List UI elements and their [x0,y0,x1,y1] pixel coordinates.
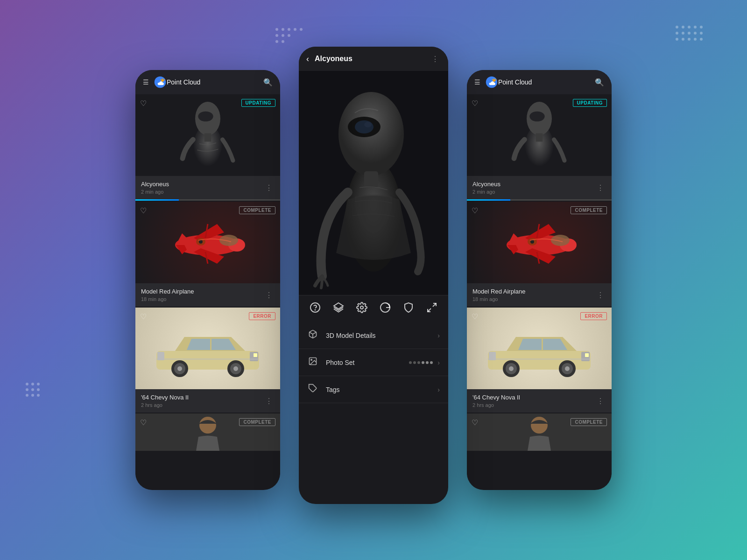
more-menu-airplane-left[interactable]: ⋮ [263,289,275,301]
left-app-title: Point Cloud [167,78,263,86]
more-menu-alcyoneus-right[interactable]: ⋮ [595,182,606,194]
alien-svg-right [497,94,581,176]
card-alcyoneus-left: ♡ UPDATING [135,94,280,201]
card-time-airplane-left: 18 min ago [141,296,263,302]
svg-rect-15 [254,353,257,357]
svg-point-22 [233,366,238,371]
card-info-airplane-left: Model Red Airplane 18 min ago [141,288,263,302]
more-menu-car-right[interactable]: ⋮ [595,395,606,407]
heart-btn-human-right[interactable]: ♡ [472,418,478,427]
heart-btn-airplane-left[interactable]: ♡ [140,206,147,215]
menu-item-3d-model[interactable]: 3D Model Details › [299,322,448,349]
card-footer-car-left: '64 Chevy Nova II 2 hrs ago ⋮ [135,389,280,413]
svg-point-4 [198,111,213,121]
alien-svg-left [166,94,250,176]
dots-bottom-left [26,383,40,397]
svg-rect-23 [156,358,259,360]
card-human-left: ♡ COMPLETE [135,413,280,451]
shield-icon[interactable] [401,302,416,315]
center-phone: ‹ Alcyoneus ⋮ [299,47,448,504]
card-time-car-left: 2 hrs ago [141,402,263,408]
right-phone-scroll[interactable]: ♡ UPDATING [467,94,612,490]
svg-point-41 [311,359,312,361]
card-info-car-right: '64 Chevy Nova II 2 hrs ago [472,394,595,408]
heart-btn-airplane-right[interactable]: ♡ [472,206,478,215]
svg-point-33 [315,310,316,310]
human-svg-left [184,413,231,451]
settings-icon[interactable] [354,302,369,315]
card-info-car-left: '64 Chevy Nova II 2 hrs ago [141,394,263,408]
right-app-title: Point Cloud [498,78,595,86]
photo-icon [307,357,318,368]
svg-rect-31 [364,171,378,188]
card-title-car-right: '64 Chevy Nova II [472,394,595,401]
photo-set-label: Photo Set [326,359,409,366]
detail-alien-bg [299,71,448,295]
status-complete-human-left: COMPLETE [239,418,275,426]
dots-top-center [275,28,303,43]
card-info-airplane-right: Model Red Airplane 18 min ago [472,288,595,302]
photo-set-dots [409,361,433,364]
card-alcyoneus-right: ♡ UPDATING [467,94,612,201]
card-title-airplane-left: Model Red Airplane [141,288,263,295]
rotate-icon[interactable] [378,302,393,315]
svg-rect-66 [488,358,591,360]
card-car-left: ♡ ERROR [135,308,280,413]
left-search-icon[interactable]: 🔍 [263,78,273,87]
chevron-photo-set: › [437,359,440,366]
airplane-svg-right [488,210,591,275]
tags-label: Tags [326,386,437,393]
card-image-airplane-left: ♡ COMPLETE [135,202,280,283]
svg-point-24 [199,417,216,434]
card-footer-airplane-right: Model Red Airplane 18 min ago ⋮ [467,283,612,307]
card-image-airplane-right: ♡ COMPLETE [467,202,612,283]
phones-container: ☰ Point Cloud 🔍 ♡ UPDATING [135,56,612,504]
dots-top-right [676,26,703,41]
svg-line-38 [428,308,431,312]
svg-rect-58 [585,353,589,357]
heart-btn-car-right[interactable]: ♡ [472,312,478,321]
card-time-airplane-right: 18 min ago [472,296,595,302]
card-image-alien-right: ♡ UPDATING [467,94,612,176]
right-phone-header: ☰ Point Cloud 🔍 [467,70,612,94]
more-menu-car-left[interactable]: ⋮ [263,395,275,407]
menu-item-photo-set[interactable]: Photo Set › [299,349,448,376]
svg-point-19 [177,366,182,371]
more-menu-alcyoneus-left[interactable]: ⋮ [263,182,275,194]
status-complete-human-right: COMPLETE [571,418,607,426]
back-button[interactable]: ‹ [306,54,309,64]
layers-icon[interactable] [331,302,346,315]
card-footer-alcyoneus-right: Alcyoneus 2 min ago ⋮ [467,176,612,199]
expand-icon[interactable] [424,302,439,315]
heart-btn-alcyoneus-right[interactable]: ♡ [472,99,478,108]
progress-bar-left [135,199,280,201]
card-footer-car-right: '64 Chevy Nova II 2 hrs ago ⋮ [467,389,612,413]
right-menu-icon[interactable]: ☰ [474,78,480,86]
cloud-logo [154,76,167,89]
heart-btn-alcyoneus-left[interactable]: ♡ [140,99,147,108]
left-phone-scroll[interactable]: ♡ UPDATING [135,94,280,490]
detail-more-button[interactable]: ⋮ [430,53,441,65]
help-icon[interactable] [308,302,323,315]
right-search-icon[interactable]: 🔍 [595,78,604,87]
card-title-car-left: '64 Chevy Nova II [141,394,263,401]
more-menu-airplane-right[interactable]: ⋮ [595,289,606,301]
left-phone: ☰ Point Cloud 🔍 ♡ UPDATING [135,70,280,490]
card-image-human-left: ♡ COMPLETE [135,413,280,451]
card-title-alcyoneus-left: Alcyoneus [141,181,263,188]
card-time-alcyoneus-left: 2 min ago [141,189,263,195]
center-phone-header: ‹ Alcyoneus ⋮ [299,47,448,71]
detail-alien-svg [299,71,448,295]
menu-item-tags[interactable]: Tags › [299,376,448,403]
heart-btn-human-left[interactable]: ♡ [140,418,147,427]
status-complete-airplane-right: COMPLETE [571,206,607,214]
card-image-car-left: ♡ ERROR [135,308,280,389]
card-time-alcyoneus-right: 2 min ago [472,189,595,195]
svg-point-65 [565,366,570,371]
cube-icon [307,329,318,341]
menu-icon[interactable]: ☰ [143,78,149,86]
status-complete-airplane-left: COMPLETE [239,206,275,214]
heart-btn-car-left[interactable]: ♡ [140,312,147,321]
car-svg-right [479,318,600,379]
card-image-human-right: ♡ COMPLETE [467,413,612,451]
